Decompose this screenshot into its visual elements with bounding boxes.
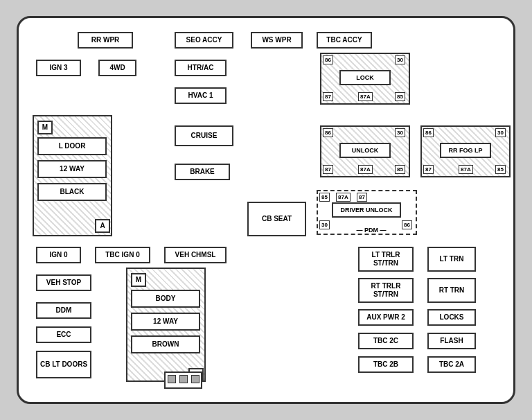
rt-trn: RT TRN <box>427 278 476 303</box>
hvac1: HVAC 1 <box>175 87 227 104</box>
brown: BROWN <box>131 335 200 353</box>
tbc-ign0: TBC IGN 0 <box>95 247 150 263</box>
connector-pin-0 <box>168 375 176 383</box>
lock-relay-label: LOCK <box>339 70 391 85</box>
lock-relay-pin-30: 30 <box>395 55 405 64</box>
lock-relay-pin-85: 85 <box>395 92 405 101</box>
lock-relay-pin-87A: 87A <box>358 92 373 101</box>
ign0: IGN 0 <box>36 247 81 263</box>
rr-fog-relay-pin-87: 87 <box>423 165 434 174</box>
12-way-l: 12 WAY <box>37 160 107 178</box>
rr-fog-relay-pin-85: 85 <box>495 165 506 174</box>
flash: FLASH <box>427 333 476 349</box>
brake: BRAKE <box>175 164 230 180</box>
lt-trlr-st-trn: LT TRLR ST/TRN <box>358 247 414 272</box>
cruise: CRUISE <box>175 125 233 146</box>
body: BODY <box>131 290 200 308</box>
ign3: IGN 3 <box>36 60 81 76</box>
4wd: 4WD <box>98 60 136 76</box>
black: BLACK <box>37 183 107 201</box>
pdm-label: — PDM — <box>357 227 387 234</box>
unlock-relay-pin-30: 30 <box>395 128 405 137</box>
a-l: A <box>95 219 110 233</box>
veh-stop: VEH STOP <box>36 274 91 291</box>
htr-ac: HTR/AC <box>175 60 227 76</box>
cb-lt-doors: CB LT DOORS <box>36 351 91 378</box>
locks: LOCKS <box>427 309 476 326</box>
rr-wpr: RR WPR <box>78 32 133 49</box>
rr-fog-relay-pin-86: 86 <box>423 128 434 137</box>
pdm-pin-30: 30 <box>319 220 330 229</box>
tbc-accy: TBC ACCY <box>317 32 372 49</box>
lock-relay-pin-86: 86 <box>323 55 333 64</box>
tbc-2b: TBC 2B <box>358 356 414 373</box>
rr-fog-relay-label: RR FOG LP <box>440 143 491 158</box>
l-door: L DOOR <box>37 137 107 155</box>
tbc-2a: TBC 2A <box>427 356 476 373</box>
driver-unlock-box: DRIVER UNLOCK <box>332 202 401 218</box>
unlock-relay-pin-87A: 87A <box>358 165 373 174</box>
veh-chmsl: VEH CHMSL <box>164 247 227 263</box>
lt-trn: LT TRN <box>427 247 476 272</box>
m-l: M <box>37 121 53 134</box>
pdm-pin-87A: 87A <box>336 193 351 202</box>
cb-seat: CB SEAT <box>247 202 306 236</box>
connector-pin-2 <box>191 375 200 383</box>
connector-pin-1 <box>179 375 188 383</box>
pdm-pin-86: 86 <box>402 220 412 229</box>
seo-accy: SEO ACCY <box>175 32 233 49</box>
ws-wpr: WS WPR <box>251 32 303 49</box>
ddm: DDM <box>36 302 91 319</box>
fuse-diagram: RR WPRSEO ACCYWS WPRTBC ACCYIGN 34WDHTR/… <box>17 16 515 404</box>
12-way-b: 12 WAY <box>131 313 200 331</box>
unlock-relay-label: UNLOCK <box>339 143 391 158</box>
m-b: M <box>131 273 146 287</box>
unlock-relay-pin-86: 86 <box>323 128 333 137</box>
tbc-2c: TBC 2C <box>358 333 414 349</box>
pdm-pin-85: 85 <box>319 193 330 202</box>
rr-fog-relay-pin-30: 30 <box>495 128 506 137</box>
rr-fog-relay-pin-87A: 87A <box>459 165 473 174</box>
pdm-pin-87: 87 <box>357 193 367 202</box>
aux-pwr2: AUX PWR 2 <box>358 309 414 326</box>
ecc: ECC <box>36 326 91 343</box>
unlock-relay-pin-85: 85 <box>395 165 405 174</box>
unlock-relay-pin-87: 87 <box>323 165 333 174</box>
rt-trlr-st-trn: RT TRLR ST/TRN <box>358 278 414 303</box>
lock-relay-pin-87: 87 <box>323 92 333 101</box>
